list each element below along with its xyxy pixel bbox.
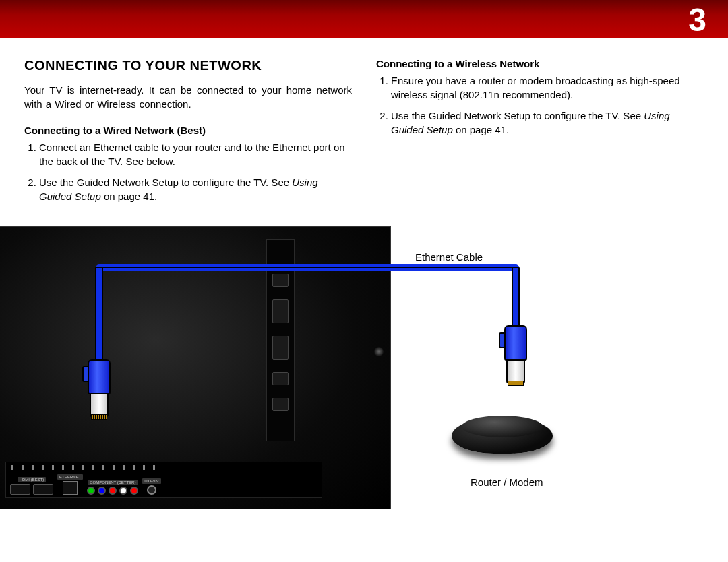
wireless-step-2: Use the Guided Network Setup to configur… [391,108,704,137]
wireless-heading: Connecting to a Wireless Network [376,58,704,69]
hdmi-port-icon [10,484,30,495]
hdmi-port-icon [272,336,289,360]
left-column: CONNECTING TO YOUR NETWORK Your TV is in… [24,58,352,210]
router-label: Router / Modem [471,476,572,524]
ethernet-cable-label: Ethernet Cable [415,251,483,263]
hdmi-port-icon [272,299,289,323]
ethernet-group: ETHERNET [57,474,83,495]
optical-port-icon [272,372,289,385]
rca-red-icon [130,487,138,495]
vertical-port-strip [266,239,295,441]
wireless-steps: Ensure you have a router or modem broadc… [376,73,704,137]
wired-heading: Connecting to a Wired Network (Best) [24,125,352,136]
ethernet-port-icon [63,481,78,495]
wired-steps: Connect an Ethernet cable to your router… [24,140,352,204]
wired-step-2: Use the Guided Network Setup to configur… [39,175,352,204]
component-group: COMPONENT (BETTER) [87,480,138,495]
audio-out-port-icon [272,398,289,411]
hdmi-port-icon [33,484,53,495]
router-icon [452,413,553,460]
rca-y-icon [87,487,95,495]
intro-paragraph: Your TV is internet-ready. It can be con… [24,83,352,111]
rj45-connector-icon [82,359,116,427]
tv-back-panel: HDMI (BEST) ETHERNET COMPONENT (BETTER) [0,226,391,509]
connection-diagram: HDMI (BEST) ETHERNET COMPONENT (BETTER) [0,226,728,562]
hdmi-group: HDMI (BEST) [10,477,53,495]
wireless-step-1: Ensure you have a router or modem broadc… [391,73,704,102]
section-title: CONNECTING TO YOUR NETWORK [24,58,352,73]
content-columns: CONNECTING TO YOUR NETWORK Your TV is in… [0,38,728,210]
header-band: 3 [0,0,728,38]
rca-white-icon [119,487,127,495]
wired-step-1: Connect an Ethernet cable to your router… [39,140,352,168]
rca-pr-icon [109,487,117,495]
rca-pb-icon [98,487,106,495]
coax-port-icon [147,485,156,495]
screw-icon [374,347,384,356]
rj45-connector-icon [499,325,533,393]
chapter-number: 3 [688,1,706,38]
horizontal-port-bar: HDMI (BEST) ETHERNET COMPONENT (BETTER) [5,462,322,498]
dtv-group: DTV/TV [142,478,160,495]
usb-port-icon [272,274,289,287]
right-column: Connecting to a Wireless Network Ensure … [376,58,704,210]
